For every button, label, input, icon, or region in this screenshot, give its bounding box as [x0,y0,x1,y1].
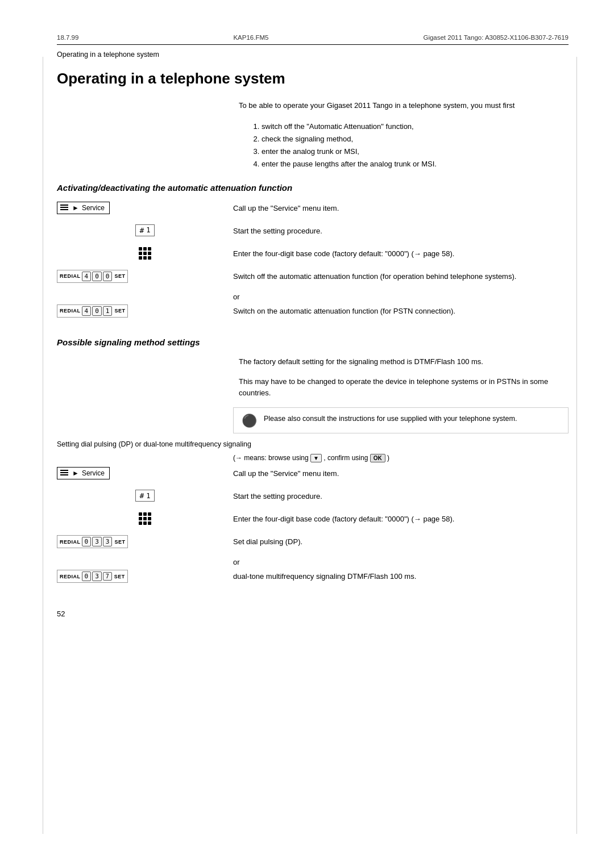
s2-left-col-redial037: REDIAL 0 3 7 SET [57,570,233,583]
section2-desc-1: Call up the "Service" menu item. [233,467,569,479]
service-button-2[interactable]: ► Service [57,467,110,479]
hash1-key-2: # 1 [135,490,154,502]
section2-row-service: ► Service Call up the "Service" menu ite… [57,467,569,484]
redial-033-set: REDIAL 0 3 3 SET [57,535,128,548]
setting-dial-line: Setting dial pulsing (DP) or dual-tone m… [57,440,569,448]
page-number: 52 [57,610,569,618]
redial-400-set: REDIAL 4 0 0 SET [57,270,128,283]
section1-or: or [233,293,569,301]
section1-heading: Activating/deactivating the automatic at… [57,183,569,193]
header-left: 18.7.99 [57,34,78,41]
section1-row-redial401: REDIAL 4 0 1 SET Switch on the automatic… [57,304,569,322]
intro-list: switch off the "Automatic Attenuation" f… [250,120,569,170]
header-center: KAP16.FM5 [233,34,268,41]
arrow-right-icon-2: ► [72,469,79,477]
redial-401-set: REDIAL 4 0 1 SET [57,304,128,318]
section1-row-keypad: Enter the four-digit base code (factory … [57,247,569,264]
section2-desc-2: Start the setting procedure. [233,490,569,502]
section2-row-redial033: REDIAL 0 3 3 SET Set dial pulsing (DP). [57,535,569,552]
left-col-keypad [57,247,233,260]
breadcrumb: Operating in a telephone system [57,51,569,59]
section1-row-hash1: # 1 Start the setting procedure. [57,224,569,241]
section2-or: or [233,558,569,566]
intro-text: To be able to operate your Gigaset 2011 … [239,100,569,111]
hash1-key: # 1 [135,224,154,236]
left-col-redial401: REDIAL 4 0 1 SET [57,304,233,318]
page: 18.7.99 KAP16.FM5 Gigaset 2011 Tango: A3… [0,0,614,868]
section2-text2: This may have to be changed to operate t… [239,376,569,398]
s2-left-col-hash1: # 1 [57,490,233,502]
arrow-right-icon: ► [72,204,79,212]
page-header: 18.7.99 KAP16.FM5 Gigaset 2011 Tango: A3… [57,34,569,45]
s2-left-col-keypad [57,512,233,525]
section1-desc-1: Call up the "Service" menu item. [233,202,569,214]
section2-desc-5: dual-tone multifrequency signaling DTMF/… [233,570,569,582]
ok-box: OK [370,454,385,462]
section2-text1: The factory default setting for the sign… [239,356,569,368]
section2-desc-3: Enter the four-digit base code (factory … [233,512,569,525]
section2-desc-4: Set dial pulsing (DP). [233,535,569,548]
intro-item-2: check the signaling method, [262,133,569,145]
section1-row-service: ► Service Call up the "Service" menu ite… [57,202,569,219]
s2-left-col-service: ► Service [57,467,233,479]
note-box: ⚫ Please also consult the instructions f… [233,407,569,433]
left-col-redial400: REDIAL 4 0 0 SET [57,270,233,283]
section2-row-hash1: # 1 Start the setting procedure. [57,490,569,507]
left-margin [43,57,43,834]
nav-box: ▼ [310,454,322,462]
service-label: Service [82,204,105,212]
menu-icon-2 [60,469,69,477]
note-text: Please also consult the instructions for… [264,414,517,424]
browse-hint: (→ means: browse using ▼ , confirm using… [233,454,569,462]
service-label-2: Service [82,469,105,477]
header-right: Gigaset 2011 Tango: A30852-X1106-B307-2-… [423,34,569,41]
keypad-icon-2 [139,512,151,525]
left-col-hash1: # 1 [57,224,233,236]
left-col-service: ► Service [57,202,233,214]
intro-item-1: switch off the "Automatic Attenuation" f… [262,120,569,133]
section2-row-keypad: Enter the four-digit base code (factory … [57,512,569,529]
intro-item-3: enter the analog trunk or MSI, [262,145,569,158]
section1-desc-5: Switch on the automatic attenuation func… [233,304,569,317]
right-margin [576,57,577,834]
intro-item-4: enter the pause lengths after the analog… [262,158,569,170]
section1-desc-2: Start the setting procedure. [233,224,569,237]
section1-desc-3: Enter the four-digit base code (factory … [233,247,569,260]
service-button[interactable]: ► Service [57,202,110,214]
note-icon: ⚫ [242,415,257,427]
page-title: Operating in a telephone system [57,70,569,87]
section1-row-redial400: REDIAL 4 0 0 SET Switch off the automati… [57,270,569,287]
section1-desc-4: Switch off the automatic attenuation fun… [233,270,569,282]
menu-icon [60,204,69,212]
section2-row-redial037: REDIAL 0 3 7 SET dual-tone multifrequenc… [57,570,569,587]
s2-left-col-redial033: REDIAL 0 3 3 SET [57,535,233,548]
section2-heading: Possible signaling method settings [57,337,569,347]
redial-037-set: REDIAL 0 3 7 SET [57,570,128,583]
keypad-icon [139,247,151,260]
